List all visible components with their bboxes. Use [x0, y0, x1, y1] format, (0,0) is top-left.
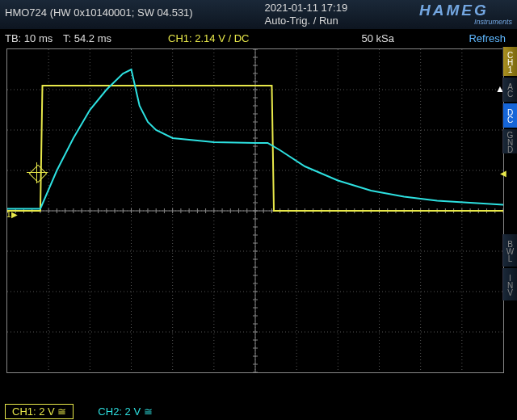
logo: HAMEG Instruments — [419, 2, 512, 26]
trigger-mode: Auto-Trig. / Run — [265, 15, 348, 27]
datetime: 2021-01-11 17:19 — [265, 2, 348, 15]
status-block: 2021-01-11 17:19 Auto-Trig. / Run — [265, 2, 348, 27]
trigger-cross-v — [36, 162, 37, 183]
ch1-button[interactable]: CH1 — [502, 47, 517, 76]
dc-button[interactable]: DC — [502, 103, 517, 128]
side-panel-bottom: BWL INV — [502, 234, 517, 302]
logo-main: HAMEG — [419, 2, 512, 19]
device-info: HMO724 (HW 0x10140001; SW 04.531) — [5, 2, 193, 19]
channel-trigger-label: CH1: 2.14 V / DC — [168, 32, 297, 44]
trigger-cross-h — [27, 172, 48, 173]
ch1-ground-marker: 1▶ — [6, 210, 18, 219]
waveform-canvas — [7, 49, 503, 372]
bwl-button[interactable]: BWL — [502, 234, 517, 267]
refresh-button[interactable]: Refresh — [394, 32, 512, 44]
side-panel-top: CH1 AC DC GND — [502, 47, 517, 155]
sample-rate-label: 50 kSa — [297, 32, 394, 44]
ac-button[interactable]: AC — [502, 78, 517, 102]
trigger-level-marker: ◀ — [500, 169, 506, 178]
timebase-label: TB: 10 ms — [5, 32, 63, 44]
gnd-button[interactable]: GND — [502, 129, 517, 153]
time-offset-label: T: 54.2 ms — [63, 32, 168, 44]
oscilloscope-display[interactable]: 1▶ ◀ ▲ — [6, 48, 504, 373]
ch1-scale-label[interactable]: CH1: 2 V ≅ — [5, 404, 74, 419]
inv-button[interactable]: INV — [502, 268, 517, 300]
ch2-scale-label[interactable]: CH2: 2 V ≅ — [98, 405, 152, 418]
